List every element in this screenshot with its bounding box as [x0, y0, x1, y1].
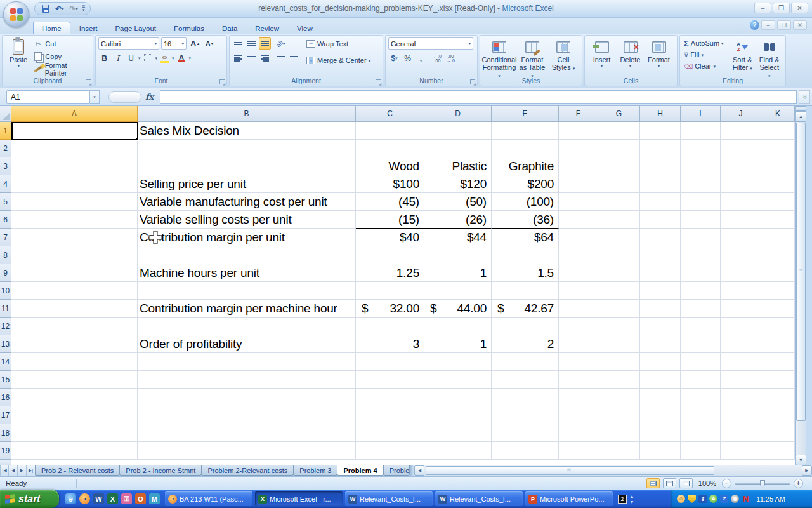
- cell-A8[interactable]: [11, 246, 138, 264]
- cell-I8[interactable]: [681, 246, 721, 264]
- font-dialog-launcher-icon[interactable]: [219, 79, 225, 84]
- cell-I9[interactable]: [681, 264, 721, 282]
- conditional-formatting-button[interactable]: ConditionalFormatting ▾: [483, 37, 516, 80]
- font-family-select[interactable]: Calibri▾: [98, 37, 159, 50]
- accounting-format-button[interactable]: $▾: [388, 52, 400, 64]
- name-box[interactable]: A1: [6, 90, 90, 104]
- close-button[interactable]: ✕: [791, 3, 808, 13]
- cell-H14[interactable]: [640, 353, 681, 371]
- cell-A10[interactable]: [11, 282, 138, 300]
- cell-K9[interactable]: [761, 264, 795, 282]
- minimize-button[interactable]: –: [754, 3, 771, 13]
- cell-A19[interactable]: [11, 442, 138, 460]
- align-left-button[interactable]: [232, 52, 244, 64]
- cell-H18[interactable]: [640, 424, 681, 442]
- cell-D11[interactable]: $44.00: [424, 300, 492, 318]
- row-header-1[interactable]: 1: [0, 122, 11, 140]
- tray-antivirus-icon[interactable]: A: [709, 495, 717, 503]
- cell-A2[interactable]: [11, 140, 138, 157]
- messenger-icon[interactable]: M: [149, 493, 160, 504]
- cell-D12[interactable]: [424, 318, 492, 335]
- cell-A5[interactable]: [11, 193, 138, 211]
- clipboard-dialog-launcher-icon[interactable]: [86, 79, 91, 84]
- word-icon[interactable]: W: [93, 493, 104, 504]
- cell-E7[interactable]: $64: [492, 229, 559, 246]
- cell-C7[interactable]: $40: [356, 229, 424, 246]
- cell-E15[interactable]: [492, 371, 559, 389]
- wrap-text-button[interactable]: ↩Wrap Text: [305, 37, 372, 50]
- cell-C18[interactable]: [356, 424, 424, 442]
- cell-D15[interactable]: [424, 371, 492, 389]
- column-header-J[interactable]: J: [721, 106, 761, 122]
- cell-G9[interactable]: [598, 264, 640, 282]
- cell-D8[interactable]: [424, 246, 492, 264]
- cell-F15[interactable]: [559, 371, 598, 389]
- cell-C4[interactable]: $100: [356, 175, 424, 193]
- cell-A3[interactable]: [11, 157, 138, 175]
- zoom-in-icon[interactable]: +: [794, 479, 803, 488]
- find-select-button[interactable]: Find &Select ▾: [756, 37, 783, 80]
- cell-G14[interactable]: [598, 353, 640, 371]
- normal-view-button[interactable]: [646, 478, 660, 488]
- tab-formulas[interactable]: Formulas: [165, 22, 213, 34]
- outlook-icon[interactable]: O: [135, 493, 146, 504]
- tab-data[interactable]: Data: [213, 22, 246, 34]
- vertical-split-handle[interactable]: [796, 106, 806, 111]
- cell-G12[interactable]: [598, 318, 640, 335]
- cell-A14[interactable]: [11, 353, 138, 371]
- cell-A9[interactable]: [11, 264, 138, 282]
- cell-B1[interactable]: Sales Mix Decision: [138, 122, 356, 140]
- taskbar-button-excel[interactable]: XMicrosoft Excel - r...: [255, 491, 343, 506]
- paste-button[interactable]: Paste▾: [5, 37, 32, 76]
- excel-icon[interactable]: X: [107, 493, 118, 504]
- cell-B3[interactable]: [138, 157, 356, 175]
- cell-H16[interactable]: [640, 389, 681, 406]
- cell-D9[interactable]: 1: [424, 264, 492, 282]
- cell-J2[interactable]: [721, 140, 761, 157]
- column-header-K[interactable]: K: [761, 106, 795, 122]
- cut-button[interactable]: ✂Cut: [32, 37, 90, 50]
- column-header-A[interactable]: A: [11, 106, 138, 122]
- cell-D10[interactable]: [424, 282, 492, 300]
- cell-G18[interactable]: [598, 424, 640, 442]
- cell-K18[interactable]: [761, 424, 795, 442]
- cell-E10[interactable]: [492, 282, 559, 300]
- cell-J13[interactable]: [721, 335, 761, 353]
- number-dialog-launcher-icon[interactable]: [470, 79, 475, 84]
- cell-I12[interactable]: [681, 318, 721, 335]
- cell-E19[interactable]: [492, 442, 559, 460]
- cell-J8[interactable]: [721, 246, 761, 264]
- cell-K11[interactable]: [761, 300, 795, 318]
- cell-J17[interactable]: [721, 406, 761, 424]
- cell-E12[interactable]: [492, 318, 559, 335]
- alignment-dialog-launcher-icon[interactable]: [376, 79, 381, 84]
- cell-K19[interactable]: [761, 442, 795, 460]
- cell-B10[interactable]: [138, 282, 356, 300]
- cell-A4[interactable]: [11, 175, 138, 193]
- cell-E13[interactable]: 2: [492, 335, 559, 353]
- cell-D16[interactable]: [424, 389, 492, 406]
- cell-H13[interactable]: [640, 335, 681, 353]
- italic-button[interactable]: I: [112, 52, 124, 64]
- sheet-tab-problem4[interactable]: Problem 4: [337, 465, 383, 476]
- format-as-table-button[interactable]: Formatas Table ▾: [516, 37, 549, 80]
- office-button[interactable]: [3, 1, 29, 27]
- tab-review[interactable]: Review: [246, 22, 288, 34]
- column-header-E[interactable]: E: [492, 106, 559, 122]
- cell-I15[interactable]: [681, 371, 721, 389]
- internet-explorer-icon[interactable]: e: [65, 493, 76, 504]
- first-sheet-icon[interactable]: |◀: [0, 465, 9, 476]
- cell-C19[interactable]: [356, 442, 424, 460]
- start-button[interactable]: start: [0, 490, 59, 508]
- cell-H5[interactable]: [640, 193, 681, 211]
- cell-I13[interactable]: [681, 335, 721, 353]
- sheet-tab-truncated[interactable]: Proble: [383, 465, 410, 476]
- cell-J12[interactable]: [721, 318, 761, 335]
- cell-C5[interactable]: (45): [356, 193, 424, 211]
- cell-A6[interactable]: [11, 211, 138, 229]
- column-header-G[interactable]: G: [598, 106, 640, 122]
- cell-K2[interactable]: [761, 140, 795, 157]
- decrease-decimal-button[interactable]: .00→.0: [445, 52, 457, 64]
- cell-F13[interactable]: [559, 335, 598, 353]
- cell-F5[interactable]: [559, 193, 598, 211]
